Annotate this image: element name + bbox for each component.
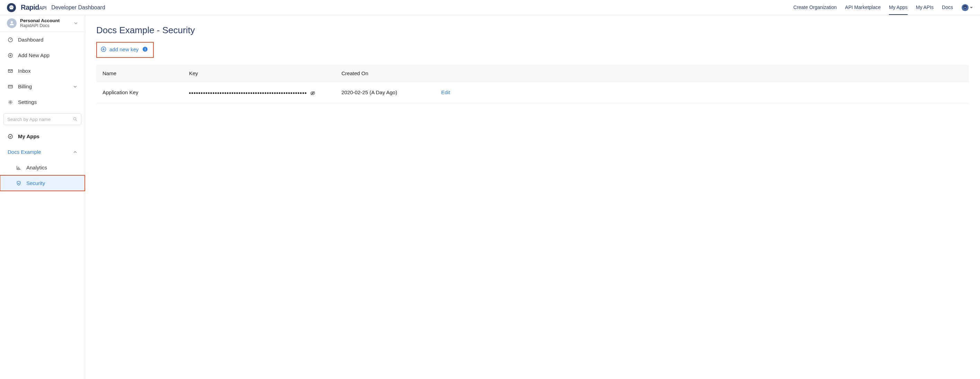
add-new-key-button[interactable]: add new key i bbox=[100, 46, 148, 52]
masked-key: ●●●●●●●●●●●●●●●●●●●●●●●●●●●●●●●●●●●●●●●●… bbox=[189, 91, 307, 95]
top-header: RapidAPI Developer Dashboard Create Orga… bbox=[0, 0, 980, 15]
nav-my-apis[interactable]: My APIs bbox=[916, 0, 934, 15]
main-content: Docs Example - Security add new key i Na… bbox=[85, 15, 980, 379]
add-key-label: add new key bbox=[110, 46, 138, 52]
search-box[interactable] bbox=[3, 113, 81, 125]
plus-circle-icon bbox=[100, 46, 107, 52]
table-row: Application Key ●●●●●●●●●●●●●●●●●●●●●●●●… bbox=[96, 82, 969, 103]
app-group-label: Docs Example bbox=[8, 149, 41, 155]
sidebar-subitem-security[interactable]: Security bbox=[0, 175, 85, 191]
eye-off-icon[interactable] bbox=[310, 91, 315, 96]
sidebar-item-label: Add New App bbox=[18, 52, 49, 58]
sidebar-subitem-label: Security bbox=[26, 180, 45, 186]
header-left: RapidAPI Developer Dashboard bbox=[7, 3, 105, 12]
svg-point-10 bbox=[8, 134, 13, 139]
th-key: Key bbox=[189, 70, 342, 76]
svg-point-1 bbox=[12, 6, 13, 7]
check-circle-icon bbox=[8, 134, 13, 139]
sidebar-item-dashboard[interactable]: Dashboard bbox=[0, 32, 85, 48]
sidebar-item-label: Dashboard bbox=[18, 37, 43, 43]
nav-docs[interactable]: Docs bbox=[942, 0, 953, 15]
sidebar-item-label: Inbox bbox=[18, 68, 31, 74]
my-apps-label: My Apps bbox=[18, 134, 40, 139]
mail-icon bbox=[8, 68, 13, 74]
avatar-icon bbox=[961, 4, 969, 11]
add-key-highlight: add new key i bbox=[96, 42, 154, 58]
sidebar-subitem-analytics[interactable]: Analytics bbox=[0, 160, 85, 175]
cell-key-value: ●●●●●●●●●●●●●●●●●●●●●●●●●●●●●●●●●●●●●●●●… bbox=[189, 89, 342, 96]
cell-key-name: Application Key bbox=[102, 89, 189, 95]
account-subtitle: RapidAPI Docs bbox=[20, 23, 74, 28]
person-icon bbox=[7, 18, 17, 28]
sidebar-item-billing[interactable]: Billing bbox=[0, 79, 85, 94]
logo-text[interactable]: RapidAPI bbox=[21, 3, 46, 11]
nav-my-apps[interactable]: My Apps bbox=[889, 0, 908, 15]
info-icon[interactable]: i bbox=[143, 47, 148, 52]
logo-text-bold: Rapid bbox=[21, 3, 39, 11]
sidebar-item-label: Billing bbox=[18, 83, 32, 89]
nav-create-organization[interactable]: Create Organization bbox=[793, 0, 837, 15]
plus-circle-icon bbox=[8, 53, 13, 58]
header-title: Developer Dashboard bbox=[51, 5, 105, 11]
svg-point-0 bbox=[10, 6, 11, 7]
gear-icon bbox=[8, 99, 13, 105]
keys-table: Name Key Created On Application Key ●●●●… bbox=[96, 65, 969, 103]
logo-badge-icon[interactable] bbox=[7, 3, 16, 12]
th-actions bbox=[438, 70, 963, 76]
cell-created-on: 2020-02-25 (A Day Ago) bbox=[342, 89, 438, 95]
svg-point-8 bbox=[10, 102, 11, 103]
gauge-icon bbox=[8, 37, 13, 43]
caret-down-icon bbox=[970, 6, 973, 10]
sidebar-item-settings[interactable]: Settings bbox=[0, 94, 85, 110]
table-header-row: Name Key Created On bbox=[96, 65, 969, 82]
chevron-up-icon bbox=[73, 150, 77, 154]
search-input[interactable] bbox=[7, 117, 73, 122]
account-texts: Personal Account RapidAPI Docs bbox=[20, 18, 74, 28]
chevron-down-icon bbox=[73, 84, 77, 89]
svg-point-3 bbox=[11, 21, 13, 23]
sidebar-item-label: Settings bbox=[18, 99, 37, 105]
svg-point-9 bbox=[73, 118, 76, 120]
th-name: Name bbox=[102, 70, 189, 76]
edit-link[interactable]: Edit bbox=[441, 89, 450, 95]
account-switcher[interactable]: Personal Account RapidAPI Docs bbox=[0, 15, 85, 32]
nav-api-marketplace[interactable]: API Marketplace bbox=[845, 0, 881, 15]
header-nav: Create Organization API Marketplace My A… bbox=[793, 0, 973, 15]
search-icon bbox=[73, 117, 78, 122]
app-group-docs-example[interactable]: Docs Example bbox=[0, 144, 85, 160]
sidebar-item-inbox[interactable]: Inbox bbox=[0, 63, 85, 79]
shield-icon bbox=[16, 180, 21, 186]
bar-chart-icon bbox=[16, 165, 21, 170]
user-menu[interactable] bbox=[961, 4, 973, 11]
my-apps-header: My Apps bbox=[0, 129, 85, 144]
page-title: Docs Example - Security bbox=[96, 25, 969, 36]
chevron-down-icon bbox=[74, 21, 78, 25]
sidebar: Personal Account RapidAPI Docs Dashboard… bbox=[0, 15, 85, 379]
card-icon bbox=[8, 84, 13, 89]
account-name: Personal Account bbox=[20, 18, 74, 23]
sidebar-item-add-new-app[interactable]: Add New App bbox=[0, 48, 85, 63]
logo-text-light: API bbox=[39, 5, 46, 11]
th-created: Created On bbox=[342, 70, 438, 76]
svg-rect-7 bbox=[8, 85, 13, 88]
sidebar-subitem-label: Analytics bbox=[26, 164, 47, 170]
